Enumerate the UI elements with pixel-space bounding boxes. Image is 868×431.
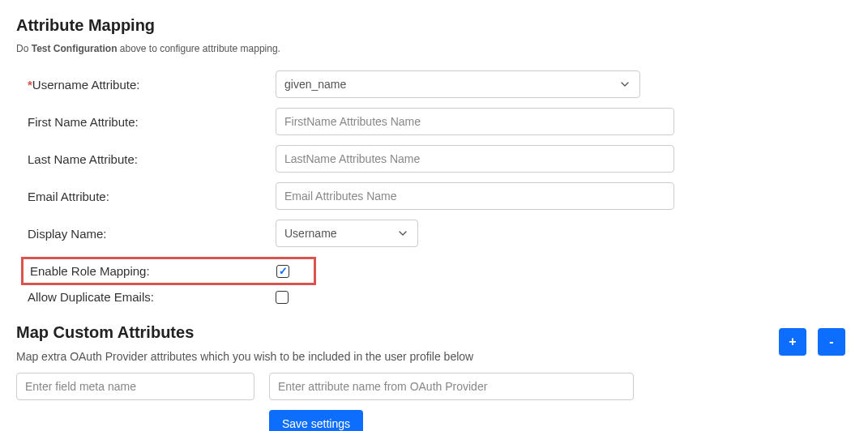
remove-button[interactable]: - (818, 328, 845, 356)
attribute-name-input[interactable] (269, 373, 634, 400)
enablerole-highlight: Enable Role Mapping: (21, 257, 316, 285)
section-subtitle: Do Test Configuration above to configure… (16, 43, 852, 54)
displayname-row: Display Name: Username (24, 220, 852, 247)
lastname-row: Last Name Attribute: (24, 145, 852, 173)
lastname-label: Last Name Attribute: (24, 152, 276, 166)
section-title: Attribute Mapping (16, 16, 852, 35)
allowdup-label: Allow Duplicate Emails: (24, 290, 276, 304)
attribute-mapping-section: Attribute Mapping Do Test Configuration … (16, 16, 852, 304)
enablerole-label: Enable Role Mapping: (24, 264, 276, 278)
custom-title: Map Custom Attributes (16, 323, 779, 342)
firstname-input[interactable] (276, 108, 674, 135)
allowdup-row: Allow Duplicate Emails: (24, 290, 852, 304)
firstname-row: First Name Attribute: (24, 108, 852, 135)
email-row: Email Attribute: (24, 182, 852, 210)
enablerole-row: Enable Role Mapping: (24, 257, 852, 285)
username-row: *Username Attribute: given_name (24, 70, 852, 98)
meta-name-input[interactable] (16, 373, 254, 400)
displayname-select[interactable]: Username (276, 220, 418, 247)
add-button[interactable]: + (779, 328, 806, 356)
custom-subtitle: Map extra OAuth Provider attributes whic… (16, 350, 779, 363)
custom-attribute-row (16, 373, 852, 400)
custom-attributes-section: Map Custom Attributes Map extra OAuth Pr… (16, 323, 852, 373)
lastname-input[interactable] (276, 145, 674, 173)
username-select[interactable]: given_name (276, 70, 640, 98)
firstname-label: First Name Attribute: (24, 115, 276, 129)
allowdup-checkbox[interactable] (276, 291, 289, 304)
enablerole-checkbox[interactable] (276, 265, 289, 278)
displayname-label: Display Name: (24, 227, 276, 241)
email-label: Email Attribute: (24, 190, 276, 203)
username-label: *Username Attribute: (24, 78, 276, 92)
email-input[interactable] (276, 182, 674, 210)
add-remove-buttons: + - (779, 328, 845, 356)
save-settings-button[interactable]: Save settings (269, 410, 363, 431)
